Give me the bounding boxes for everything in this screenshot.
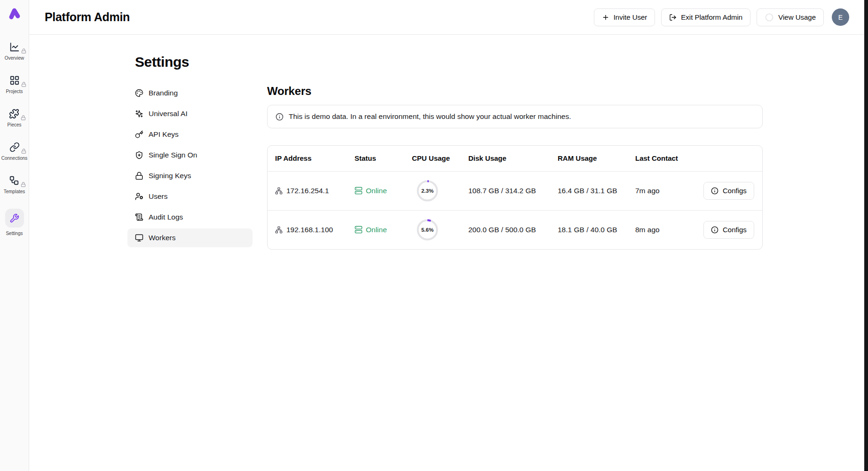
worker-disk: 108.7 GB / 314.2 GB <box>461 171 550 210</box>
monitor-icon <box>135 234 143 242</box>
sidebar-item-label: Connections <box>1 156 28 161</box>
sidebar-item-overview[interactable]: Overview <box>5 42 24 61</box>
settings-nav-label: Workers <box>149 234 175 242</box>
sparkles-icon <box>135 110 143 118</box>
lock-badge-icon <box>21 82 26 87</box>
lock-badge-icon <box>21 149 26 154</box>
puzzle-icon <box>9 109 19 119</box>
sidebar-item-settings[interactable]: Settings <box>5 209 24 236</box>
banner-text: This is demo data. In a real environment… <box>289 112 571 121</box>
platform-admin-app: Overview Projects Pieces <box>0 0 868 471</box>
settings-nav-label: Signing Keys <box>149 172 191 180</box>
shield-plus-icon <box>135 151 143 159</box>
settings-nav-label: Audit Logs <box>149 213 183 221</box>
settings-nav-workers[interactable]: Workers <box>127 228 253 247</box>
worker-disk: 200.0 GB / 500.0 GB <box>461 210 550 249</box>
configs-button[interactable]: Configs <box>703 182 754 200</box>
sidebar-item-label: Pieces <box>7 122 21 127</box>
settings-heading: Settings <box>135 54 868 70</box>
palette-icon <box>135 89 143 97</box>
plus-icon <box>602 14 609 21</box>
settings-nav-label: Single Sign On <box>149 151 197 159</box>
column-header-last-contact: Last Contact <box>628 146 696 171</box>
info-icon <box>711 187 718 195</box>
sidebar-item-label: Overview <box>5 55 24 61</box>
column-header-status: Status <box>347 146 404 171</box>
wrench-icon <box>5 209 24 228</box>
settings-nav-single-sign-on[interactable]: Single Sign On <box>127 146 253 165</box>
app-sidebar: Overview Projects Pieces <box>0 0 29 471</box>
view-usage-button[interactable]: View Usage <box>757 8 824 26</box>
column-header-disk: Disk Usage <box>461 146 550 171</box>
sidebar-item-label: Projects <box>6 89 23 94</box>
network-icon <box>275 187 283 195</box>
settings-page: Settings Branding Universal AI API Keys <box>29 35 868 471</box>
settings-nav-universal-ai[interactable]: Universal AI <box>127 104 253 123</box>
lock-badge-icon <box>21 48 26 54</box>
line-chart-icon <box>9 42 20 52</box>
settings-nav-users[interactable]: Users <box>127 187 253 206</box>
demo-data-banner: This is demo data. In a real environment… <box>267 105 763 128</box>
sidebar-item-label: Templates <box>4 189 25 194</box>
settings-nav: Branding Universal AI API Keys Single Si… <box>127 84 253 250</box>
worker-row[interactable]: 172.16.254.1 Online <box>268 171 762 210</box>
network-icon <box>275 226 283 234</box>
lock-badge-icon <box>21 182 26 187</box>
user-avatar[interactable]: E <box>832 8 849 26</box>
status-badge: Online <box>355 187 401 195</box>
lock-icon <box>135 172 143 180</box>
worker-ip: 192.168.1.100 <box>286 226 333 234</box>
lock-badge-icon <box>21 115 26 120</box>
user-cog-icon <box>135 192 143 201</box>
settings-nav-audit-logs[interactable]: Audit Logs <box>127 208 253 227</box>
worker-ram: 16.4 GB / 31.1 GB <box>550 171 628 210</box>
grid-icon <box>9 75 20 86</box>
settings-nav-label: Universal AI <box>149 110 188 118</box>
table-header-row: IP Address Status CPU Usage Disk Usage R… <box>268 146 762 171</box>
workers-panel: Workers This is demo data. In a real env… <box>267 84 763 250</box>
settings-nav-label: Branding <box>149 89 178 97</box>
workers-table: IP Address Status CPU Usage Disk Usage R… <box>268 146 762 249</box>
workers-table-card: IP Address Status CPU Usage Disk Usage R… <box>267 145 763 250</box>
server-icon <box>355 187 363 195</box>
worker-ip: 172.16.254.1 <box>286 187 329 195</box>
link-icon <box>9 142 20 152</box>
status-badge: Online <box>355 226 401 234</box>
settings-nav-label: Users <box>149 192 167 201</box>
settings-nav-label: API Keys <box>149 130 179 139</box>
workflow-icon <box>9 175 19 186</box>
avatar-initial: E <box>838 14 843 21</box>
top-header: Platform Admin Invite User Exit Platform… <box>29 0 868 35</box>
sidebar-nav: Overview Projects Pieces <box>1 42 28 236</box>
sidebar-item-pieces[interactable]: Pieces <box>7 109 21 127</box>
column-header-ram: RAM Usage <box>550 146 628 171</box>
svg-text:2.3%: 2.3% <box>421 188 434 194</box>
column-header-cpu: CPU Usage <box>404 146 461 171</box>
sidebar-item-label: Settings <box>6 231 23 236</box>
activepieces-logo-icon <box>7 6 23 22</box>
sidebar-item-connections[interactable]: Connections <box>1 142 28 161</box>
key-icon <box>135 130 143 139</box>
exit-platform-admin-button[interactable]: Exit Platform Admin <box>661 8 750 26</box>
scroll-text-icon <box>135 213 143 221</box>
usage-progress-circle-icon <box>765 13 774 22</box>
settings-nav-branding[interactable]: Branding <box>127 84 253 102</box>
server-icon <box>355 226 363 234</box>
column-header-ip: IP Address <box>268 146 347 171</box>
sidebar-item-projects[interactable]: Projects <box>6 75 23 94</box>
info-icon <box>276 113 284 121</box>
page-title: Platform Admin <box>45 10 130 24</box>
worker-last-contact: 8m ago <box>628 210 696 249</box>
log-out-icon <box>669 14 677 21</box>
sidebar-item-templates[interactable]: Templates <box>4 175 25 194</box>
settings-nav-api-keys[interactable]: API Keys <box>127 125 253 144</box>
app-logo[interactable] <box>6 5 23 22</box>
svg-text:5.6%: 5.6% <box>421 227 434 233</box>
worker-row[interactable]: 192.168.1.100 Online <box>268 210 762 249</box>
main-area: Platform Admin Invite User Exit Platform… <box>29 0 868 471</box>
settings-nav-signing-keys[interactable]: Signing Keys <box>127 166 253 185</box>
cpu-usage-ring: 5.6% <box>417 219 438 241</box>
configs-button[interactable]: Configs <box>703 221 754 239</box>
invite-user-button[interactable]: Invite User <box>594 8 655 26</box>
cpu-usage-ring: 2.3% <box>417 180 438 202</box>
